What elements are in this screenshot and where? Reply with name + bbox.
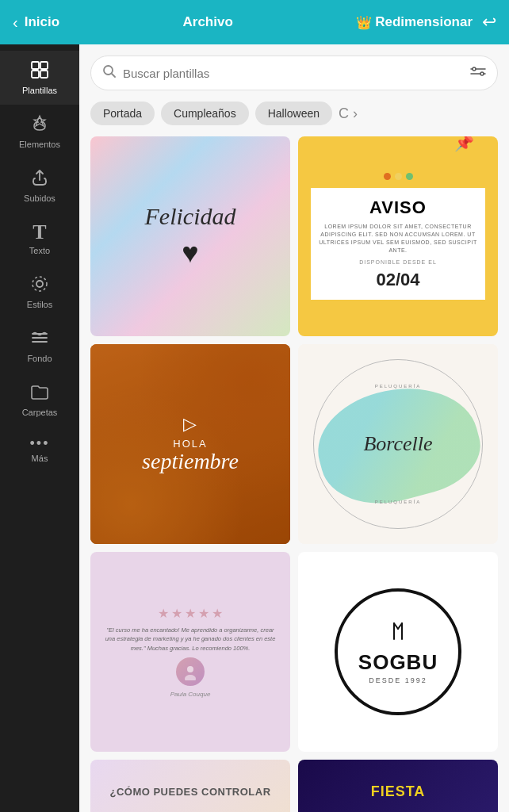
star-4: ★ xyxy=(198,606,209,621)
septiembre-content: ▷ HOLA septiembre xyxy=(142,414,239,474)
como-text: ¿CÓMO PUEDES CONTROLAR xyxy=(109,786,270,798)
star-5: ★ xyxy=(212,606,223,621)
template-felicidad[interactable]: Felicidad ♥ xyxy=(90,136,290,336)
sidebar-item-mas[interactable]: ••• Más xyxy=(0,427,79,473)
svg-point-10 xyxy=(187,666,193,672)
svg-rect-0 xyxy=(32,62,39,69)
filter-icon[interactable] xyxy=(470,63,486,83)
redimensionar-button[interactable]: 👑 Redimensionar xyxy=(356,14,473,30)
template-review[interactable]: ★ ★ ★ ★ ★ "El curso me ha encantado! Me … xyxy=(90,552,290,752)
play-icon: ▷ xyxy=(142,414,239,435)
header-left: ‹ Inicio xyxy=(13,13,59,32)
template-septiembre[interactable]: ▷ HOLA septiembre xyxy=(90,344,290,544)
back-icon[interactable]: ‹ xyxy=(13,13,18,32)
svg-rect-2 xyxy=(32,71,39,78)
archivo-button[interactable]: Archivo xyxy=(182,14,232,30)
template-fiesta[interactable]: FIESTA xyxy=(298,760,498,812)
more-categories-button[interactable]: C › xyxy=(339,105,358,122)
dot-green xyxy=(406,173,413,180)
sidebar-item-estilos[interactable]: Estilos xyxy=(0,265,79,319)
reviewer-avatar xyxy=(176,657,205,686)
cutlery-icon xyxy=(386,619,410,649)
plantillas-icon xyxy=(30,60,49,82)
search-icon xyxy=(102,64,117,82)
sidebar-item-subidos[interactable]: Subidos xyxy=(0,159,79,213)
fondo-icon xyxy=(30,328,49,350)
svg-rect-3 xyxy=(40,71,48,78)
content-area: Portada Cumpleaños Halloween C › Felicid… xyxy=(79,44,509,812)
svg-point-5 xyxy=(36,281,43,287)
svg-rect-1 xyxy=(40,62,48,69)
texto-icon: T xyxy=(33,222,46,243)
sidebar-item-carpetas-label: Carpetas xyxy=(22,408,58,417)
sidebar-item-fondo-label: Fondo xyxy=(27,354,52,363)
sidebar-item-plantillas-label: Plantillas xyxy=(22,86,57,95)
stamp-bottom: PELUQUERÍA xyxy=(375,500,422,504)
category-pills: Portada Cumpleaños Halloween C › xyxy=(90,102,498,125)
pill-portada[interactable]: Portada xyxy=(90,102,155,125)
sidebar-item-plantillas[interactable]: Plantillas xyxy=(0,51,79,105)
reviewer-name: Paula Couque xyxy=(170,691,211,698)
undo-button[interactable]: ↩ xyxy=(482,12,496,33)
sidebar-item-fondo[interactable]: Fondo xyxy=(0,319,79,373)
main-layout: Plantillas Elementos Subidos xyxy=(0,44,509,812)
crown-icon: 👑 xyxy=(356,15,372,30)
svg-marker-4 xyxy=(34,116,45,126)
fiesta-text: FIESTA xyxy=(371,783,426,800)
search-input[interactable] xyxy=(123,67,470,80)
star-2: ★ xyxy=(171,606,182,621)
sidebar-item-texto-label: Texto xyxy=(29,246,50,255)
elementos-icon xyxy=(30,114,49,136)
template-aviso[interactable]: 📌 AVISO LOREM IPSUM DOLOR SIT AMET, CONS… xyxy=(298,136,498,336)
borcelle-name: Borcelle xyxy=(363,432,432,456)
header: ‹ Inicio Archivo 👑 Redimensionar ↩ xyxy=(0,0,509,44)
felicidad-text: Felicidad xyxy=(145,203,236,230)
aviso-date: 02/04 xyxy=(376,270,419,290)
estilos-icon xyxy=(30,274,49,297)
template-sogbu[interactable]: SOGBU DESDE 1992 xyxy=(298,552,498,752)
header-center: Archivo xyxy=(182,14,232,30)
pin-icon: 📌 xyxy=(454,136,474,152)
header-right: 👑 Redimensionar ↩ xyxy=(356,12,496,33)
aviso-white-box: AVISO LOREM IPSUM DOLOR SIT AMET, CONSEC… xyxy=(311,188,485,299)
star-3: ★ xyxy=(185,606,196,621)
svg-point-6 xyxy=(33,277,47,291)
sidebar-item-elementos[interactable]: Elementos xyxy=(0,105,79,159)
templates-grid: Felicidad ♥ 📌 AVISO LOREM IPSUM DOLOR SI… xyxy=(90,136,498,752)
mas-icon: ••• xyxy=(30,436,50,450)
sidebar-item-texto[interactable]: T Texto xyxy=(0,213,79,265)
sidebar: Plantillas Elementos Subidos xyxy=(0,44,79,812)
svg-point-11 xyxy=(185,675,196,680)
hola-text: HOLA xyxy=(142,438,239,450)
pill-cumpleanos[interactable]: Cumpleaños xyxy=(161,102,249,125)
svg-point-7 xyxy=(104,66,113,75)
sogbu-since: DESDE 1992 xyxy=(369,676,427,684)
sidebar-item-carpetas[interactable]: Carpetas xyxy=(0,373,79,427)
stars-row: ★ ★ ★ ★ ★ xyxy=(158,606,223,621)
upload-icon xyxy=(30,168,49,190)
sogbu-name: SOGBU xyxy=(358,650,438,675)
template-borcelle[interactable]: PELUQUERÍA Borcelle PELUQUERÍA xyxy=(298,344,498,544)
dot-yellow xyxy=(395,173,402,180)
aviso-body: LOREM IPSUM DOLOR SIT AMET, CONSECTETUR … xyxy=(319,223,477,254)
carpetas-icon xyxy=(30,382,49,404)
septiembre-text: septiembre xyxy=(142,450,239,474)
redimensionar-label: Redimensionar xyxy=(375,14,473,30)
sidebar-item-subidos-label: Subidos xyxy=(24,193,55,203)
sogbu-circle: SOGBU DESDE 1992 xyxy=(335,588,461,715)
sidebar-item-estilos-label: Estilos xyxy=(27,300,52,309)
bottom-cards: ¿CÓMO PUEDES CONTROLAR FIESTA xyxy=(90,760,498,812)
sidebar-item-mas-label: Más xyxy=(32,454,48,463)
stamp-top: PELUQUERÍA xyxy=(375,384,422,389)
aviso-desde: DISPONIBLE DESDE EL xyxy=(359,259,437,265)
heart-icon: ♥ xyxy=(182,236,198,270)
search-bar[interactable] xyxy=(90,56,498,90)
dots-row xyxy=(384,173,413,180)
inicio-button[interactable]: Inicio xyxy=(25,14,59,30)
star-1: ★ xyxy=(158,606,169,621)
dot-orange xyxy=(384,173,391,180)
pill-halloween[interactable]: Halloween xyxy=(255,102,332,125)
template-como[interactable]: ¿CÓMO PUEDES CONTROLAR xyxy=(90,760,290,812)
sidebar-item-elementos-label: Elementos xyxy=(19,140,60,149)
aviso-title: AVISO xyxy=(369,197,427,218)
